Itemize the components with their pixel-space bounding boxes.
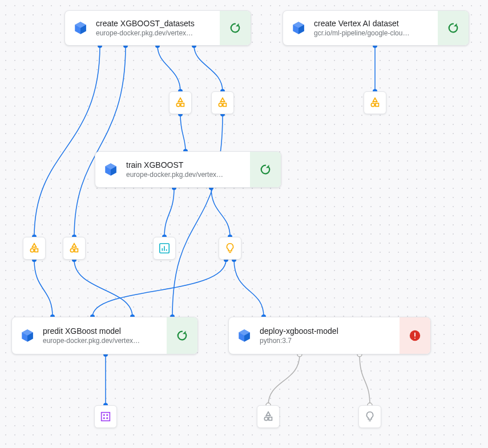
node-deploy-xgboost-model[interactable]: deploy-xgboost-model python:3.7 — [228, 317, 431, 354]
cube-icon — [95, 152, 126, 187]
node-subtitle: europe-docker.pkg.dev/vertex… — [43, 337, 167, 345]
status-cached-icon — [438, 11, 469, 45]
artifact-shapes-icon[interactable] — [364, 91, 386, 114]
node-title: create XGBOOST_datasets — [96, 19, 220, 28]
artifact-bulb-icon[interactable] — [219, 237, 241, 260]
artifact-shapes-icon[interactable] — [169, 91, 192, 114]
node-subtitle: europe-docker.pkg.dev/vertex… — [96, 29, 220, 37]
node-title: create Vertex AI dataset — [314, 19, 438, 28]
node-predict-xgboost-model[interactable]: predit XGBoost model europe-docker.pkg.d… — [11, 317, 198, 354]
artifact-metrics-icon[interactable] — [153, 237, 176, 260]
cube-icon — [283, 11, 314, 45]
cube-icon — [12, 317, 43, 354]
artifact-shapes-icon[interactable] — [63, 237, 86, 260]
edge-layer — [0, 0, 488, 448]
artifact-shapes-icon[interactable] — [211, 91, 234, 114]
node-subtitle: python:3.7 — [260, 337, 400, 345]
artifact-bulb-icon[interactable] — [358, 405, 381, 428]
artifact-shapes-icon[interactable] — [23, 237, 46, 260]
artifact-grid-icon[interactable] — [94, 405, 117, 428]
node-train-xgboost[interactable]: train XGBOOST europe-docker.pkg.dev/vert… — [95, 151, 281, 188]
node-title: predit XGBoost model — [43, 326, 167, 336]
node-subtitle: gcr.io/ml-pipeline/google-clou… — [314, 29, 438, 37]
cube-icon — [65, 11, 96, 45]
node-create-xgboost-datasets[interactable]: create XGBOOST_datasets europe-docker.pk… — [64, 10, 251, 46]
node-title: train XGBOOST — [126, 160, 250, 169]
node-create-vertex-ai-dataset[interactable]: create Vertex AI dataset gcr.io/ml-pipel… — [283, 10, 469, 46]
node-subtitle: europe-docker.pkg.dev/vertex… — [126, 171, 250, 179]
status-cached-icon — [167, 317, 197, 354]
status-cached-icon — [220, 11, 251, 45]
cube-icon — [229, 317, 260, 354]
node-title: deploy-xgboost-model — [260, 326, 400, 336]
artifact-shapes-icon[interactable] — [257, 405, 280, 428]
status-error-icon — [400, 317, 430, 354]
status-cached-icon — [250, 152, 281, 187]
